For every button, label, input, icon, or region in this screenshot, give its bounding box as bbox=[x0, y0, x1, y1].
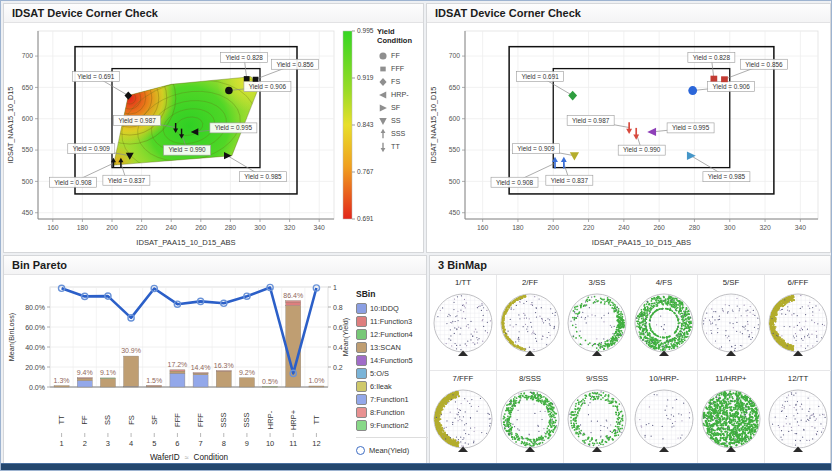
bar-wafer-9[interactable] bbox=[239, 378, 254, 387]
data-point-marker[interactable] bbox=[225, 87, 233, 95]
data-point-marker[interactable] bbox=[380, 66, 385, 71]
svg-text:1.5%: 1.5% bbox=[146, 377, 162, 384]
svg-text:40.0%: 40.0% bbox=[25, 344, 45, 351]
bar-wafer-6[interactable] bbox=[170, 370, 185, 387]
wafer-map-cell[interactable]: 6/FFF bbox=[765, 275, 832, 371]
wafer-map-grid: 1/TT2/FF3/SS4/FS5/SF6/FFF7/FFF8/SSS9/SSS… bbox=[430, 275, 830, 465]
yield-callout: Yield = 0.995 bbox=[210, 123, 257, 133]
svg-text:HRP-: HRP- bbox=[266, 410, 275, 429]
bar-wafer-12[interactable] bbox=[309, 386, 324, 387]
svg-text:Yield = 0.909: Yield = 0.909 bbox=[73, 145, 111, 152]
arrow-down-icon bbox=[377, 141, 389, 153]
wafer-map bbox=[765, 384, 831, 462]
corner-scatter-plot[interactable]: 1601802002202402602803003203404505005506… bbox=[427, 23, 830, 253]
legend-item-sss[interactable]: SSS bbox=[377, 127, 423, 140]
sbin-legend-item[interactable]: 6:Ileak bbox=[356, 380, 428, 393]
x-axis-label: WaferID≈Condition bbox=[150, 453, 229, 462]
sbin-legend-item[interactable]: 10:IDDQ bbox=[356, 302, 428, 315]
svg-text:Yield = 0.990: Yield = 0.990 bbox=[623, 146, 661, 153]
svg-text:240: 240 bbox=[618, 224, 630, 231]
color-swatch-icon bbox=[356, 355, 367, 366]
yield-callout: Yield = 0.995 bbox=[667, 123, 714, 133]
sbin-legend-item[interactable]: 13:SCAN bbox=[356, 341, 428, 354]
wafer-map bbox=[698, 384, 764, 462]
legend-item-ff[interactable]: FF bbox=[377, 49, 423, 62]
circle-icon bbox=[377, 50, 389, 62]
svg-text:260: 260 bbox=[653, 224, 665, 231]
x-axis-label: IDSAT_PAA15_10_D15_ABS bbox=[592, 238, 691, 247]
wafer-map-cell[interactable]: 4/FS bbox=[631, 275, 698, 371]
legend-item-label: FFF bbox=[391, 64, 404, 73]
data-point-marker[interactable] bbox=[711, 76, 718, 82]
data-point-marker[interactable] bbox=[379, 91, 386, 98]
color-swatch-icon bbox=[356, 381, 367, 392]
wafer-label: 4/FS bbox=[631, 277, 697, 288]
svg-text:HRP+: HRP+ bbox=[289, 409, 298, 430]
bar-wafer-10[interactable] bbox=[263, 387, 278, 388]
bar-wafer-8[interactable] bbox=[216, 371, 231, 387]
sbin-legend-item[interactable]: 11:Function3 bbox=[356, 315, 428, 328]
legend-item-tt[interactable]: TT bbox=[377, 140, 423, 153]
sbin-legend-item[interactable]: 7:Function1 bbox=[356, 393, 428, 406]
data-point-marker[interactable] bbox=[721, 76, 728, 82]
svg-text:200: 200 bbox=[548, 224, 560, 231]
legend-item-label: FF bbox=[391, 51, 400, 60]
wafer-map-cell[interactable]: 11/HRP+ bbox=[698, 371, 765, 467]
legend-item-fs[interactable]: FS bbox=[377, 75, 423, 88]
data-point-marker[interactable] bbox=[379, 118, 386, 125]
svg-text:450: 450 bbox=[449, 209, 461, 216]
mean-yield-legend[interactable]: Mean(Yield) bbox=[356, 443, 428, 457]
legend-item-fff[interactable]: FFF bbox=[377, 62, 423, 75]
svg-text:80.0%: 80.0% bbox=[25, 304, 45, 311]
wafer-map-cell[interactable]: 1/TT bbox=[430, 275, 497, 371]
wafer-map-cell[interactable]: 7/FFF bbox=[430, 371, 497, 467]
bar-wafer-4[interactable] bbox=[124, 356, 139, 387]
contour-plot[interactable]: 1601802002202402602803003203404505005506… bbox=[4, 23, 378, 253]
sbin-legend-item[interactable]: 5:O/S bbox=[356, 367, 428, 380]
triangle-down-icon bbox=[377, 115, 389, 127]
yield-callout: Yield = 0.856 bbox=[272, 59, 319, 69]
sbin-legend-item[interactable]: 14:Function5 bbox=[356, 354, 428, 367]
data-point-marker[interactable] bbox=[380, 104, 387, 111]
svg-text:300: 300 bbox=[724, 224, 736, 231]
legend-item-sf[interactable]: SF bbox=[377, 101, 423, 114]
sbin-legend-item[interactable]: 8:Function bbox=[356, 406, 428, 419]
data-point-marker[interactable] bbox=[253, 77, 259, 82]
data-point-marker[interactable] bbox=[381, 142, 386, 152]
wafer-map-cell[interactable]: 9/SSS bbox=[564, 371, 631, 467]
svg-text:Yield = 0.987: Yield = 0.987 bbox=[119, 117, 157, 124]
bar-wafer-1[interactable] bbox=[54, 386, 69, 387]
bar-wafer-2[interactable] bbox=[77, 378, 92, 387]
wafer-map-cell[interactable]: 10/HRP- bbox=[631, 371, 698, 467]
svg-text:9.4%: 9.4% bbox=[77, 369, 93, 376]
svg-text:Yield = 0.837: Yield = 0.837 bbox=[551, 177, 589, 184]
legend-title: Yield Condition bbox=[377, 27, 423, 45]
wafer-map-cell[interactable]: 3/SS bbox=[564, 275, 631, 371]
wafer-map-cell[interactable]: 8/SSS bbox=[497, 371, 564, 467]
wafer-label: 6/FFF bbox=[765, 277, 831, 288]
bar-wafer-3[interactable] bbox=[100, 378, 115, 387]
wafer-map-cell[interactable]: 5/SF bbox=[698, 275, 765, 371]
data-point-marker[interactable] bbox=[688, 86, 697, 95]
wafer-map-cell[interactable]: 12/TT bbox=[765, 371, 832, 467]
yield-callout: Yield = 0.691 bbox=[517, 72, 564, 82]
data-point-marker[interactable] bbox=[379, 78, 386, 86]
wafer-map-cell[interactable]: 2/FF bbox=[497, 275, 564, 371]
sbin-legend-item[interactable]: 12:Function4 bbox=[356, 328, 428, 341]
wafer-label: 10/HRP- bbox=[631, 373, 697, 384]
bar-wafer-5[interactable] bbox=[147, 386, 162, 388]
bottom-scrollbar[interactable] bbox=[1, 463, 831, 470]
svg-text:0.2: 0.2 bbox=[333, 364, 343, 371]
right-y-axis-label: Mean(Yield) bbox=[341, 318, 350, 356]
svg-text:Yield = 0.990: Yield = 0.990 bbox=[168, 146, 206, 153]
sbin-legend-item[interactable]: 9:Function2 bbox=[356, 419, 428, 432]
data-point-marker[interactable] bbox=[244, 76, 250, 81]
data-point-marker[interactable] bbox=[381, 128, 386, 138]
legend-item-hrp-[interactable]: HRP- bbox=[377, 88, 423, 101]
legend-item-ss[interactable]: SS bbox=[377, 114, 423, 127]
data-point-marker[interactable] bbox=[379, 52, 386, 59]
svg-text:1.3%: 1.3% bbox=[54, 377, 70, 384]
bar-wafer-7[interactable] bbox=[193, 373, 208, 387]
bin-pareto-chart[interactable]: 0.0%20.0%40.0%60.0%80.0%0.20.40.60.81Mea… bbox=[4, 275, 354, 464]
svg-text:9.2%: 9.2% bbox=[239, 369, 255, 376]
